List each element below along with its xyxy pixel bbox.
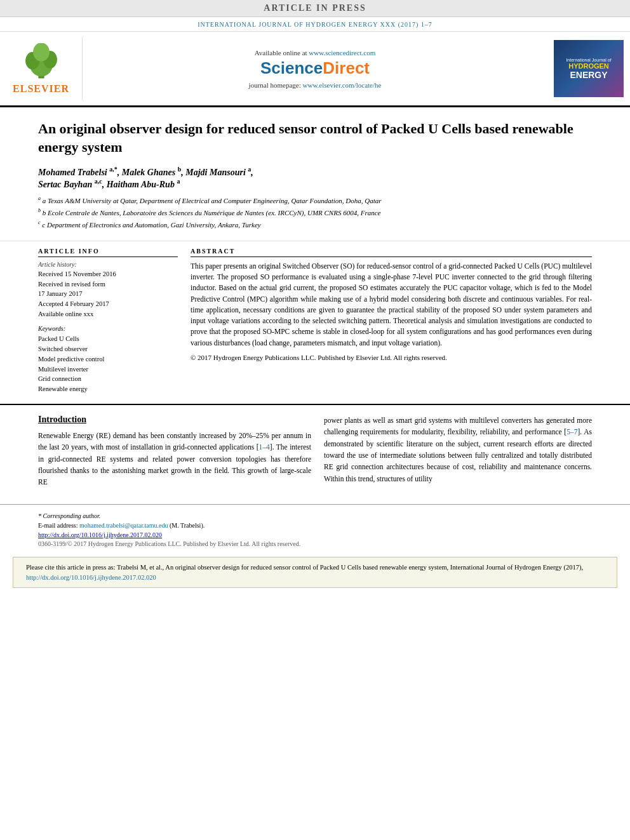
banner-text: ARTICLE IN PRESS: [264, 3, 366, 13]
elsevier-tree-icon: [19, 43, 64, 81]
keyword-4: Grid connection: [38, 374, 178, 384]
available-online: Available online at www.sciencedirect.co…: [255, 49, 376, 57]
abstract-text: This paper presents an original Switched…: [191, 261, 592, 349]
keyword-1: Switched observer: [38, 344, 178, 354]
top-header: ELSEVIER Available online at www.science…: [0, 32, 630, 107]
citation-label: Please cite this article in press as: Tr…: [26, 564, 583, 571]
abstract-heading: ABSTRACT: [191, 248, 592, 257]
history-item-1: Received in revised form: [38, 280, 178, 290]
intro-right-text: power plants as well as smart grid syste…: [324, 415, 592, 484]
body-left: Introduction Renewable Energy (RE) deman…: [38, 415, 311, 488]
journal-header-bar: INTERNATIONAL JOURNAL OF HYDROGEN ENERGY…: [0, 17, 630, 32]
citation-doi[interactable]: http://dx.doi.org/10.1016/j.ijhydene.201…: [26, 574, 156, 581]
footnote-area: * Corresponding author. E-mail address: …: [0, 504, 630, 550]
copyright-footer: 0360-3199/© 2017 Hydrogen Energy Publica…: [38, 540, 592, 547]
elsevier-logo-area: ELSEVIER: [0, 37, 83, 100]
corresponding-author: * Corresponding author.: [38, 511, 592, 521]
journal-homepage: journal homepage: www.elsevier.com/locat…: [249, 81, 382, 89]
article-title: An original observer design for reduced …: [38, 120, 592, 156]
affiliations: a a Texas A&M University at Qatar, Depar…: [38, 195, 592, 230]
keywords-label: Keywords:: [38, 325, 178, 332]
affiliation-a: a a Texas A&M University at Qatar, Depar…: [38, 195, 592, 206]
citation-box: Please cite this article in press as: Tr…: [13, 557, 617, 589]
doi-link: http://dx.doi.org/10.1016/j.ijhydene.201…: [38, 531, 592, 538]
cover-line3: ENERGY: [570, 70, 607, 80]
introduction-heading: Introduction: [38, 415, 311, 425]
body-right: power plants as well as smart grid syste…: [324, 415, 592, 488]
cover-line1: International Journal of: [566, 58, 611, 62]
email-link[interactable]: mohamed.trabelsi@qatar.tamu.edu: [79, 522, 168, 529]
sciencedirect-url[interactable]: www.sciencedirect.com: [309, 49, 375, 57]
intro-left-text: Renewable Energy (RE) demand has been co…: [38, 430, 311, 488]
journal-homepage-url[interactable]: www.elsevier.com/locate/he: [303, 81, 382, 89]
authors-line: Mohamed Trabelsi a,*, Malek Ghanes b, Ma…: [38, 166, 592, 189]
article-in-press-banner: ARTICLE IN PRESS: [0, 0, 630, 17]
email-footnote: E-mail address: mohamed.trabelsi@qatar.t…: [38, 521, 592, 530]
affiliation-c: c c Department of Electronics and Automa…: [38, 219, 592, 230]
journal-cover: International Journal of HYDROGEN ENERGY: [554, 40, 624, 97]
svg-point-4: [33, 43, 50, 62]
abstract-copyright: © 2017 Hydrogen Energy Publications LLC.…: [191, 354, 592, 361]
center-header: Available online at www.sciencedirect.co…: [83, 37, 547, 100]
abstract-col: ABSTRACT This paper presents an original…: [191, 248, 592, 394]
sciencedirect-logo: ScienceDirect: [260, 58, 370, 78]
keyword-2: Model predictive control: [38, 354, 178, 364]
history-item-4: Available online xxx: [38, 310, 178, 319]
affiliation-b: b b Ecole Centrale de Nantes, Laboratoir…: [38, 207, 592, 218]
journal-header-text: INTERNATIONAL JOURNAL OF HYDROGEN ENERGY…: [198, 21, 432, 28]
history-item-0: Received 15 November 2016: [38, 270, 178, 279]
keyword-3: Multilevel inverter: [38, 364, 178, 375]
right-logo-area: International Journal of HYDROGEN ENERGY: [547, 37, 630, 100]
elsevier-brand: ELSEVIER: [13, 83, 69, 95]
main-content: Introduction Renewable Energy (RE) deman…: [0, 405, 630, 498]
article-info-col: ARTICLE INFO Article history: Received 1…: [38, 248, 178, 394]
article-info-heading: ARTICLE INFO: [38, 248, 178, 257]
article-title-section: An original observer design for reduced …: [0, 107, 630, 241]
keyword-0: Packed U Cells: [38, 334, 178, 344]
keyword-5: Renewable energy: [38, 384, 178, 394]
history-item-3: Accepted 4 February 2017: [38, 300, 178, 309]
history-item-2: 17 January 2017: [38, 290, 178, 299]
cover-line2: HYDROGEN: [568, 62, 609, 70]
history-label: Article history:: [38, 261, 178, 268]
two-col-section: ARTICLE INFO Article history: Received 1…: [0, 241, 630, 405]
doi-url[interactable]: http://dx.doi.org/10.1016/j.ijhydene.201…: [38, 531, 162, 538]
